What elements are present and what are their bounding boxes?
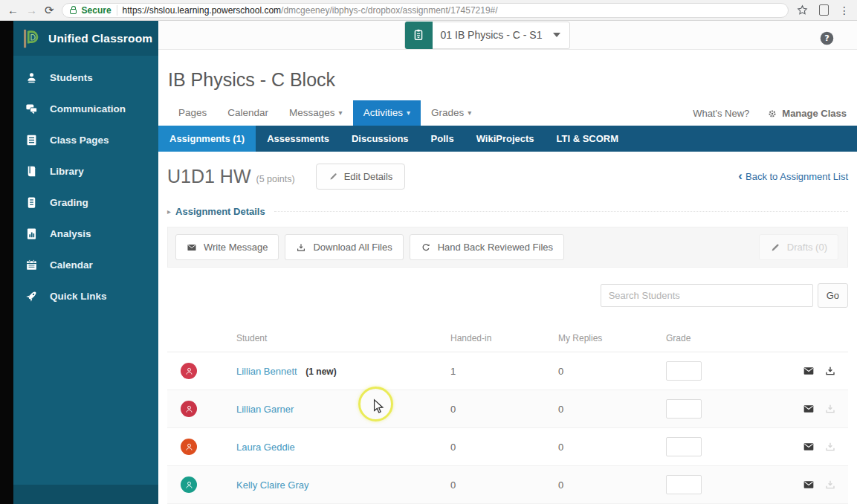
activities-subtab[interactable]: Assignments (1) — [158, 126, 256, 152]
hand-back-reviewed-files-button[interactable]: Hand Back Reviewed Files — [410, 234, 564, 260]
my-replies-count: 0 — [558, 366, 666, 377]
sidebar-item[interactable]: Calendar — [13, 249, 158, 280]
handed-in-count: 0 — [450, 404, 558, 415]
manage-class-link[interactable]: Manage Class — [767, 108, 847, 119]
gear-icon — [767, 109, 777, 119]
handed-in-count: 0 — [450, 479, 558, 491]
course-tab[interactable]: Calendar — [217, 100, 279, 126]
grade-input[interactable] — [666, 361, 702, 381]
course-tab[interactable]: Activities ▾ — [353, 100, 421, 126]
course-tab[interactable]: Grades ▾ — [421, 100, 482, 126]
topbar: 01 IB Physics - C - S1 — [158, 21, 857, 50]
pencil-icon — [329, 172, 338, 181]
column-header-student: Student — [236, 333, 450, 343]
course-tab[interactable]: Pages — [168, 100, 217, 126]
sidebar-item-icon — [25, 71, 39, 85]
new-submission-badge: (1 new) — [305, 366, 336, 377]
avatar — [181, 476, 197, 493]
sidebar-item-label: Class Pages — [50, 135, 109, 146]
caret-down-icon: ▾ — [468, 109, 471, 117]
message-student-icon[interactable] — [803, 479, 815, 491]
browser-refresh-button[interactable]: ⟳ — [45, 4, 54, 16]
message-student-icon[interactable] — [803, 403, 815, 415]
avatar — [181, 439, 197, 455]
sidebar-item[interactable]: Class Pages — [13, 124, 158, 155]
sidebar-item-icon — [25, 196, 39, 210]
help-button[interactable] — [819, 30, 835, 46]
mail-icon — [187, 242, 197, 253]
url-text: https://shslou.learning.powerschool.com/… — [123, 5, 498, 16]
search-students-input[interactable] — [601, 284, 813, 307]
grade-input[interactable] — [666, 437, 702, 456]
secure-lock-icon — [70, 9, 77, 14]
assignment-toolbar: Write Message Download All Files Hand Ba… — [167, 227, 848, 268]
assignment-details-toggle[interactable]: Assignment Details — [175, 206, 265, 217]
page-title: IB Physics - C Block — [168, 69, 857, 91]
expander-triangle-icon: ▸ — [167, 207, 171, 216]
download-student-files-icon[interactable] — [824, 479, 836, 491]
address-bar[interactable]: Secure https://shslou.learning.powerscho… — [62, 3, 789, 18]
my-replies-count: 0 — [558, 479, 666, 491]
sidebar-item-label: Analysis — [50, 228, 91, 239]
grade-input[interactable] — [666, 399, 702, 419]
sidebar: Unified Classroom Students Communication… — [13, 21, 158, 504]
download-all-files-button[interactable]: Download All Files — [285, 234, 403, 260]
student-name-link[interactable]: Lillian Bennett — [236, 366, 297, 377]
column-header-my-replies: My Replies — [558, 333, 666, 343]
sidebar-item-label: Students — [50, 72, 93, 83]
message-student-icon[interactable] — [803, 441, 815, 453]
activities-subtab[interactable]: Polls — [420, 126, 465, 152]
sidebar-item[interactable]: Library — [13, 155, 158, 187]
student-name-link[interactable]: Kelly Claire Gray — [236, 479, 309, 491]
student-row: Kelly Claire Gray 0 0 — [167, 466, 848, 504]
browser-chrome: ← → ⟳ Secure https://shslou.learning.pow… — [0, 0, 857, 21]
activities-subtab[interactable]: Assessments — [256, 126, 340, 152]
activities-subtab[interactable]: WikiProjects — [465, 126, 546, 152]
message-student-icon[interactable] — [803, 365, 815, 377]
secure-badge: Secure — [82, 5, 111, 16]
sidebar-item-icon — [25, 289, 39, 303]
my-replies-count: 0 — [558, 404, 666, 415]
student-row: Lillian Bennett (1 new) 1 0 — [167, 352, 848, 390]
avatar — [181, 401, 197, 417]
whats-new-link[interactable]: What's New? — [693, 108, 749, 119]
sidebar-item-icon — [25, 133, 39, 147]
bookmark-star-icon[interactable] — [796, 4, 809, 16]
sidebar-item[interactable]: Students — [13, 62, 158, 93]
sidebar-item[interactable]: Analysis — [13, 218, 158, 249]
back-to-assignment-list-link[interactable]: ‹ Back to Assignment List — [738, 171, 848, 182]
edit-details-button[interactable]: Edit Details — [316, 164, 406, 190]
browser-back-button[interactable]: ← — [7, 4, 19, 16]
search-go-button[interactable]: Go — [818, 283, 848, 308]
download-student-files-icon[interactable] — [824, 403, 836, 415]
sidebar-item[interactable]: Quick Links — [13, 280, 158, 311]
sidebar-item[interactable]: Communication — [13, 93, 158, 124]
course-tab[interactable]: Messages ▾ — [279, 100, 353, 126]
sidebar-item-icon — [25, 102, 39, 116]
download-student-files-icon[interactable] — [824, 441, 836, 453]
activities-subtab[interactable]: Discussions — [340, 126, 420, 152]
grade-input[interactable] — [666, 475, 702, 494]
sidebar-item-label: Quick Links — [50, 291, 107, 302]
write-message-button[interactable]: Write Message — [175, 234, 279, 260]
download-student-files-icon[interactable] — [824, 365, 836, 377]
sidebar-item[interactable]: Grading — [13, 187, 158, 218]
sidebar-item-label: Calendar — [50, 259, 93, 271]
class-selector[interactable]: 01 IB Physics - C - S1 — [404, 22, 571, 49]
handed-in-count: 0 — [450, 442, 558, 453]
student-row: Lillian Garner 0 0 — [167, 390, 848, 428]
assignment-points: (5 points) — [256, 174, 295, 184]
browser-forward-button[interactable]: → — [26, 4, 37, 16]
table-header-row: Student Handed-in My Replies Grade — [167, 324, 848, 352]
browser-menu-icon[interactable]: ⋮ — [839, 5, 850, 16]
student-name-link[interactable]: Lillian Garner — [236, 404, 294, 415]
student-name-link[interactable]: Laura Geddie — [236, 442, 295, 453]
extension-icon[interactable] — [819, 4, 829, 16]
caret-down-icon: ▾ — [339, 109, 343, 117]
class-icon — [405, 22, 433, 49]
brand-label: Unified Classroom — [48, 32, 152, 45]
column-header-handed-in: Handed-in — [450, 333, 558, 343]
activities-subtab[interactable]: LTI & SCORM — [546, 126, 630, 152]
brand-header: Unified Classroom — [13, 21, 158, 56]
class-selector-label: 01 IB Physics - C - S1 — [441, 29, 543, 41]
